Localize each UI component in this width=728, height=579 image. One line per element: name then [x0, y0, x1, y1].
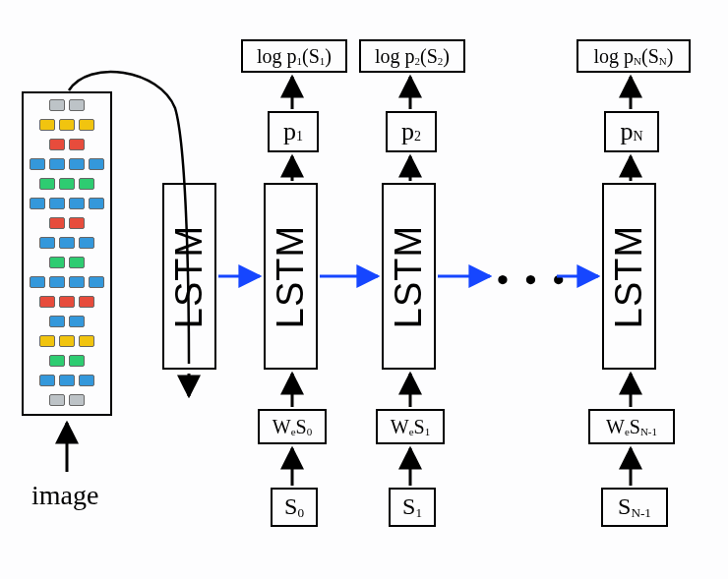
p-letter: p — [620, 117, 633, 146]
pN-box: pN — [604, 111, 659, 152]
cnn-encoder-panel — [22, 91, 112, 416]
WeS0-box: WeS0 — [258, 409, 327, 444]
logp2-box: log p2(S2) — [359, 39, 465, 73]
S0-box: S0 — [271, 488, 318, 527]
SNminus1-box: SN-1 — [601, 488, 668, 527]
lstm-label: LSTM — [270, 224, 312, 327]
p-letter: p — [283, 117, 296, 146]
p-subscript: 1 — [296, 129, 303, 145]
WeS1-box: WeS1 — [376, 409, 445, 444]
ellipsis-dots: • • • — [497, 261, 569, 299]
logp1-box: log p1(S1) — [241, 39, 347, 73]
lstm-label: LSTM — [168, 224, 211, 327]
lstm-cell-1: LSTM — [382, 183, 436, 370]
p1-box: p1 — [268, 111, 319, 152]
lstm-cell-0: LSTM — [264, 183, 318, 370]
p2-box: p2 — [386, 111, 437, 152]
lstm-label: LSTM — [608, 224, 650, 327]
lstm-cell-Nminus1: LSTM — [602, 183, 656, 370]
WeSNminus1-box: WeSN-1 — [588, 409, 675, 444]
p-subscript: 2 — [414, 129, 421, 145]
image-label: image — [31, 480, 98, 511]
p-letter: p — [401, 117, 414, 146]
lstm-cell-init: LSTM — [162, 183, 216, 370]
S1-box: S1 — [389, 488, 436, 527]
p-subscript: N — [633, 129, 642, 145]
lstm-label: LSTM — [388, 224, 430, 327]
logpN-box: log pN(SN) — [576, 39, 691, 73]
